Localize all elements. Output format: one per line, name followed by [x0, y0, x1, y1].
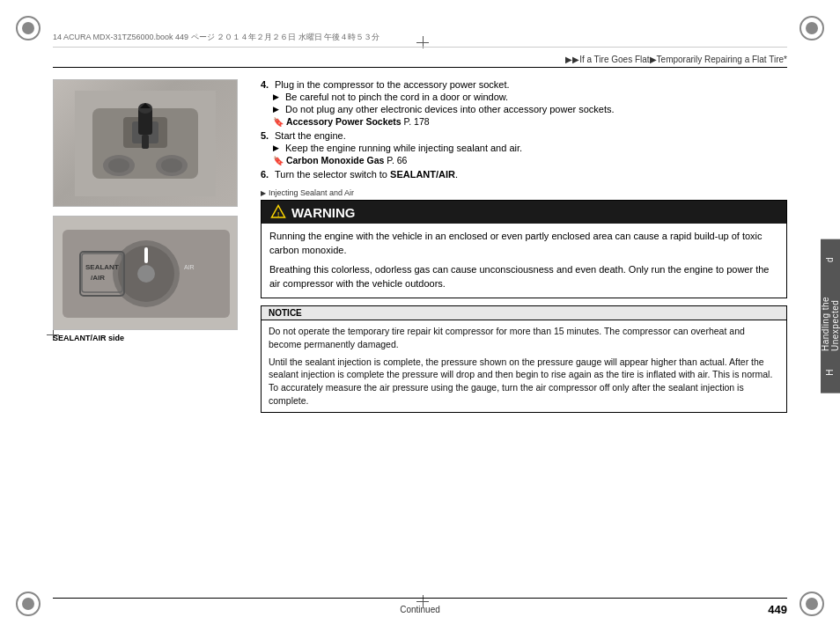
step-4-ref-label[interactable]: Accessory Power Sockets: [286, 116, 402, 127]
step-6-end: .: [455, 169, 458, 180]
svg-rect-17: [144, 247, 148, 263]
notice-para-2: Until the sealant injection is complete,…: [269, 356, 779, 408]
side-tab-text: Handling the Unexpected: [821, 281, 840, 351]
ref-icon-2: 🔖: [273, 156, 284, 165]
svg-text:SEALANT: SEALANT: [85, 263, 119, 271]
warning-triangle-icon: !: [270, 204, 286, 220]
warning-para-2: Breathing this colorless, odorless gas c…: [269, 263, 778, 291]
step-4-bullet-1: ▶ Be careful not to pinch the cord in a …: [273, 92, 787, 102]
step-6-number: 6.: [261, 169, 271, 180]
image-plug-socket: [53, 79, 238, 207]
footer-continued: Continued: [88, 605, 752, 614]
step-5-ref-label[interactable]: Carbon Monoxide Gas: [286, 155, 384, 165]
step-4-header: 4. Plug in the compressor to the accesso…: [261, 79, 787, 90]
warning-section: Injecting Sealant and Air ! WARNING Runn…: [261, 188, 787, 298]
image-plug-inner: [54, 80, 237, 206]
file-info: 14 ACURA MDX-31TZ56000.book 449 ページ ２０１４…: [53, 33, 379, 41]
page-header: ▶▶If a Tire Goes Flat▶Temporarily Repair…: [53, 55, 787, 68]
warning-header: ! WARNING: [262, 201, 786, 224]
breadcrumb: ▶▶If a Tire Goes Flat▶Temporarily Repair…: [565, 55, 787, 64]
warning-title: WARNING: [291, 205, 356, 220]
bullet-arrow-1: ▶: [273, 92, 282, 101]
step-6-prefix: Turn the selector switch to: [275, 169, 390, 180]
notice-para-1: Do not operate the temporary tire repair…: [269, 325, 779, 351]
left-column: SEALANT /AIR AIR SEALANT/AIR side: [53, 79, 247, 584]
step-5-bullet-1-text: Keep the engine running while injecting …: [285, 143, 522, 153]
notice-body: Do not operate the temporary tire repair…: [262, 320, 786, 412]
step-5-ref-page: P. 66: [387, 155, 407, 165]
step-5-header: 5. Start the engine.: [261, 130, 787, 141]
right-column: 4. Plug in the compressor to the accesso…: [261, 79, 787, 584]
dot-br: [806, 598, 818, 610]
bullet-arrow-3: ▶: [273, 143, 282, 152]
step-4-ref: 🔖 Accessory Power Sockets P. 178: [273, 116, 787, 127]
dot-tl: [22, 22, 34, 34]
warning-body: Running the engine with the vehicle in a…: [262, 224, 786, 298]
footer: Continued 449: [53, 598, 787, 616]
step-4: 4. Plug in the compressor to the accesso…: [261, 79, 787, 127]
svg-text:!: !: [277, 211, 279, 217]
dot-tr: [806, 22, 818, 34]
step-4-number: 4.: [261, 79, 271, 90]
ref-icon-1: 🔖: [273, 117, 284, 127]
step-5-number: 5.: [261, 130, 271, 141]
steps-section: 4. Plug in the compressor to the accesso…: [261, 79, 787, 180]
step-4-bullet-2-text: Do not plug any other electronic devices…: [285, 104, 615, 114]
step-6-header: 6. Turn the selector switch to SEALANT/A…: [261, 169, 787, 180]
step-5-ref: 🔖 Carbon Monoxide Gas P. 66: [273, 155, 787, 165]
svg-point-11: [161, 158, 182, 173]
step-6: 6. Turn the selector switch to SEALANT/A…: [261, 169, 787, 180]
step-4-bullet-1-text: Be careful not to pinch the cord in a do…: [285, 92, 508, 102]
svg-point-16: [137, 265, 155, 283]
step-6-text: Turn the selector switch to SEALANT/AIR.: [275, 169, 458, 180]
injecting-label: Injecting Sealant and Air: [261, 188, 787, 197]
dot-bl: [22, 598, 34, 610]
step-4-text: Plug in the compressor to the accessory …: [275, 79, 510, 90]
main-content: SEALANT /AIR AIR SEALANT/AIR side 4. Plu…: [53, 79, 787, 584]
step-5: 5. Start the engine. ▶ Keep the engine r…: [261, 130, 787, 165]
step-5-bullet-1: ▶ Keep the engine running while injectin…: [273, 143, 787, 153]
step-4-bullet-2: ▶ Do not plug any other electronic devic…: [273, 104, 787, 114]
dial-svg: SEALANT /AIR AIR: [54, 217, 238, 330]
step-4-ref-page: P. 178: [404, 116, 430, 127]
warning-para-1: Running the engine with the vehicle in a…: [269, 230, 778, 258]
sealant-label: SEALANT/AIR side: [53, 334, 247, 342]
step-5-text: Start the engine.: [275, 130, 346, 141]
side-tab-label: Handling the Unexpected: [821, 263, 840, 369]
meta-line: 14 ACURA MDX-31TZ56000.book 449 ページ ２０１４…: [53, 32, 787, 48]
warning-box: ! WARNING Running the engine with the ve…: [261, 200, 787, 298]
notice-header: NOTICE: [262, 306, 786, 320]
footer-page-number: 449: [752, 603, 787, 616]
svg-text:AIR: AIR: [184, 264, 195, 270]
bullet-arrow-2: ▶: [273, 105, 282, 114]
notice-box: NOTICE Do not operate the temporary tire…: [261, 305, 787, 413]
plug-svg: [75, 91, 216, 196]
step-6-bold: SEALANT/AIR: [390, 169, 455, 180]
image-sealant-selector: SEALANT /AIR AIR: [53, 216, 238, 330]
svg-text:/AIR: /AIR: [91, 274, 105, 282]
svg-rect-6: [142, 135, 149, 149]
svg-point-9: [108, 158, 129, 173]
